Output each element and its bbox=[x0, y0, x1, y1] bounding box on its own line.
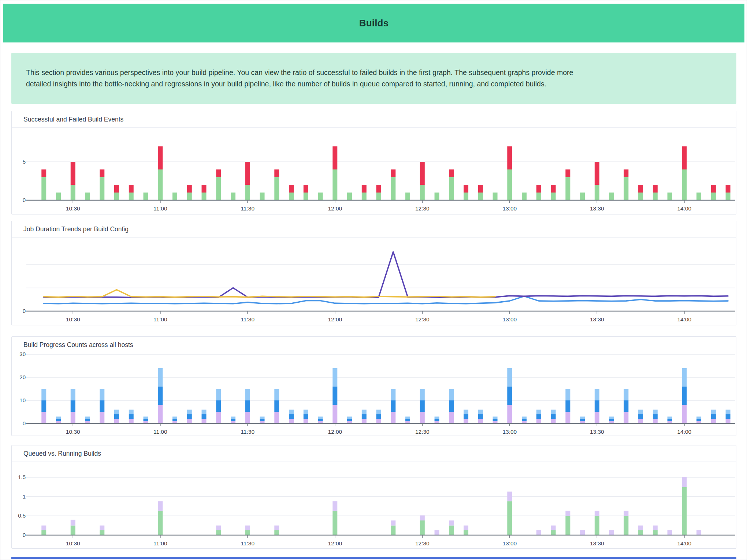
svg-text:13:00: 13:00 bbox=[502, 205, 517, 212]
svg-text:12:30: 12:30 bbox=[415, 205, 430, 212]
svg-text:10:30: 10:30 bbox=[66, 316, 80, 322]
svg-text:13:30: 13:30 bbox=[590, 205, 604, 212]
svg-text:14:00: 14:00 bbox=[677, 205, 691, 212]
svg-text:0: 0 bbox=[23, 532, 26, 538]
svg-text:13:30: 13:30 bbox=[590, 316, 604, 322]
svg-text:13:30: 13:30 bbox=[590, 540, 604, 546]
next-section-peek bbox=[11, 557, 736, 559]
svg-text:12:30: 12:30 bbox=[415, 429, 430, 435]
panel-build-progress: Build Progress Counts across all hosts 0… bbox=[11, 336, 736, 436]
svg-text:12:00: 12:00 bbox=[328, 316, 342, 322]
panel-queued-running: Queued vs. Running Builds 00.511.510:301… bbox=[11, 445, 736, 549]
svg-text:5: 5 bbox=[23, 158, 26, 165]
svg-text:11:00: 11:00 bbox=[153, 429, 167, 435]
section-description: This section provides various perspectiv… bbox=[11, 53, 736, 104]
svg-text:1.5: 1.5 bbox=[18, 474, 26, 480]
svg-text:0: 0 bbox=[23, 308, 26, 314]
svg-text:11:30: 11:30 bbox=[241, 429, 254, 435]
chart-title-events: Successful and Failed Build Events bbox=[12, 111, 736, 128]
svg-text:12:00: 12:00 bbox=[328, 429, 342, 435]
svg-text:11:00: 11:00 bbox=[153, 316, 167, 322]
svg-text:11:00: 11:00 bbox=[153, 205, 167, 212]
svg-text:12:30: 12:30 bbox=[415, 540, 430, 546]
svg-text:13:00: 13:00 bbox=[502, 316, 517, 322]
svg-text:10:30: 10:30 bbox=[66, 429, 80, 435]
chart-title-queue: Queued vs. Running Builds bbox=[12, 445, 736, 462]
builds-dashboard-page: Builds This section provides various per… bbox=[0, 0, 747, 560]
svg-text:14:00: 14:00 bbox=[677, 316, 691, 322]
svg-text:11:30: 11:30 bbox=[241, 316, 254, 322]
panel-job-durations: Job Duration Trends per Build Config 010… bbox=[11, 221, 736, 325]
chart-title-progress: Build Progress Counts across all hosts bbox=[12, 337, 736, 353]
panel-build-events: Successful and Failed Build Events 0510:… bbox=[11, 111, 736, 214]
svg-text:13:00: 13:00 bbox=[502, 429, 517, 435]
description-line-2: detailed insights into the bottle-neckin… bbox=[26, 78, 722, 90]
svg-text:10:30: 10:30 bbox=[66, 205, 80, 212]
svg-text:20: 20 bbox=[19, 374, 26, 380]
section-header: Builds bbox=[3, 4, 744, 42]
svg-text:11:30: 11:30 bbox=[241, 540, 254, 546]
svg-text:0: 0 bbox=[23, 420, 26, 426]
svg-text:0: 0 bbox=[23, 197, 26, 203]
page-title: Builds bbox=[359, 18, 389, 29]
chart-title-durations: Job Duration Trends per Build Config bbox=[12, 221, 736, 238]
svg-text:10:30: 10:30 bbox=[66, 540, 80, 546]
svg-text:13:00: 13:00 bbox=[502, 540, 517, 546]
svg-text:11:30: 11:30 bbox=[241, 205, 254, 212]
svg-text:0.5: 0.5 bbox=[18, 512, 26, 519]
svg-text:12:30: 12:30 bbox=[415, 316, 430, 322]
svg-text:10: 10 bbox=[19, 397, 26, 403]
svg-text:12:00: 12:00 bbox=[328, 540, 342, 546]
svg-text:12:00: 12:00 bbox=[328, 205, 342, 212]
svg-text:14:00: 14:00 bbox=[677, 540, 691, 546]
svg-text:14:00: 14:00 bbox=[677, 429, 691, 435]
svg-text:13:30: 13:30 bbox=[590, 429, 604, 435]
svg-text:11:00: 11:00 bbox=[153, 540, 167, 546]
description-line-1: This section provides various perspectiv… bbox=[26, 67, 722, 78]
svg-text:1: 1 bbox=[23, 493, 26, 500]
